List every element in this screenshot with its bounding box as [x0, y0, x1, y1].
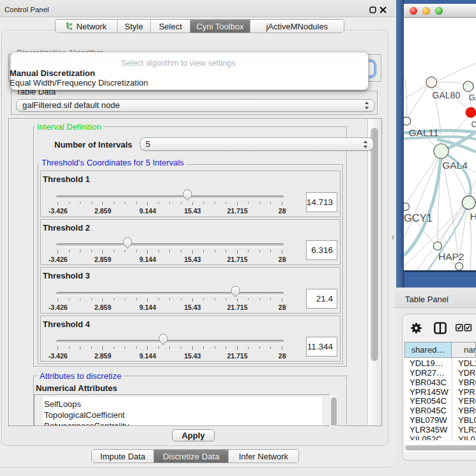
svg-text:GAL80: GAL80	[433, 90, 461, 100]
svg-text:GA: GA	[469, 93, 476, 102]
svg-text:CA: CA	[472, 119, 476, 129]
svg-text:GAL4: GAL4	[442, 160, 468, 171]
svg-text:GAL11: GAL11	[409, 127, 439, 138]
svg-text:GCY1: GCY1	[404, 212, 433, 224]
svg-text:HAP2: HAP2	[438, 251, 464, 262]
svg-text:HI: HI	[470, 211, 476, 222]
